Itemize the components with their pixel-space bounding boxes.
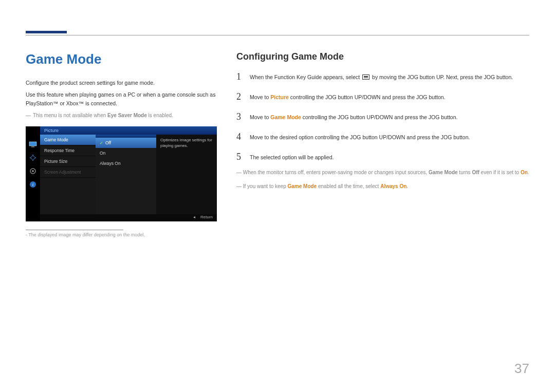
note-dash: ― [26, 113, 31, 118]
steps-list: 1 When the Function Key Guide appears, s… [236, 71, 529, 162]
footnote-dash: - [26, 232, 27, 237]
osd-sidebar: i [26, 126, 40, 221]
step-1: 1 When the Function Key Guide appears, s… [236, 71, 529, 82]
osd-menu-item: Response Time [40, 145, 96, 156]
note-text: If you want to keep [243, 183, 288, 189]
note-dash: ― [236, 170, 242, 175]
footnote-text: The displayed image may differ depending… [28, 232, 144, 237]
menu-icon [362, 74, 369, 80]
osd-menu-item: Picture Size [40, 156, 96, 167]
note-always-on: ― If you want to keep Game Mode enabled … [236, 182, 529, 190]
step-number: 2 [236, 91, 243, 102]
left-column: Game Mode Configure the product screen s… [26, 51, 221, 237]
note-orange: Always On [380, 183, 406, 189]
intro-para-1: Configure the product screen settings fo… [26, 79, 221, 87]
note-bold: Eye Saver Mode [107, 113, 147, 118]
step-orange: Game Mode [270, 114, 301, 120]
step-text: When the Function Key Guide appears, sel… [250, 71, 513, 82]
osd-description: Optimizes image settings for playing gam… [156, 135, 217, 214]
step-text-b: by moving the JOG button UP. Next, press… [371, 74, 513, 80]
step-text-a: When the Function Key Guide appears, sel… [250, 74, 361, 80]
note-text: even if it is set to [479, 170, 521, 175]
note-text: . [528, 170, 529, 175]
header-rule [26, 35, 529, 35]
osd-option: Always On [96, 158, 156, 169]
step-5: 5 The selected option will be applied. [236, 152, 529, 162]
step-3: 3 Move to Game Mode controlling the JOG … [236, 111, 529, 122]
note-text-a: This menu is not available when [33, 113, 107, 118]
note-orange: On [521, 170, 528, 175]
section-title: Game Mode [26, 51, 221, 67]
step-text: Move to Game Mode controlling the JOG bu… [250, 111, 457, 122]
note-text: turns [458, 170, 472, 175]
gear-icon [29, 167, 37, 175]
osd-header: Picture [40, 126, 217, 135]
note-text: . [406, 183, 408, 189]
osd-footer: ◂ Return [40, 214, 217, 221]
header-accent [26, 31, 67, 33]
osd-menu: Game Mode Response Time Picture Size Scr… [40, 135, 96, 214]
osd-screenshot: i Picture Game Mode Response Time Pictur… [26, 126, 217, 221]
osd-menu-item: Game Mode [40, 135, 96, 145]
step-4: 4 Move to the desired option controlling… [236, 132, 529, 142]
osd-footer-return: Return [200, 215, 213, 219]
osd-option-label: Off [105, 140, 111, 145]
note-text-b: is enabled. [147, 113, 173, 118]
note-orange: Game Mode [288, 183, 317, 189]
note-text: enabled all the time, select [317, 183, 380, 189]
note-text: When the monitor turns off, enters power… [243, 170, 429, 175]
osd-option: ✓Off [96, 138, 156, 148]
osd-options: ✓Off On Always On [96, 135, 156, 214]
footnote: - The displayed image may differ dependi… [26, 232, 221, 237]
step-text-b: controlling the JOG button UP/DOWN and p… [289, 94, 446, 100]
intro-para-2: Use this feature when playing games on a… [26, 90, 221, 108]
osd-option: On [96, 148, 156, 158]
step-number: 4 [236, 132, 243, 142]
svg-point-3 [32, 170, 34, 172]
footnote-rule [26, 230, 123, 230]
svg-rect-0 [29, 142, 36, 146]
right-column: Configuring Game Mode 1 When the Functio… [236, 51, 529, 190]
osd-main: Picture Game Mode Response Time Picture … [40, 126, 217, 221]
svg-rect-1 [31, 146, 34, 147]
target-icon [29, 154, 37, 161]
step-text: The selected option will be applied. [250, 152, 334, 162]
note-dash: ― [236, 183, 242, 189]
subsection-title: Configuring Game Mode [236, 51, 529, 62]
step-text-a: Move to [250, 94, 270, 100]
page-number: 37 [514, 361, 529, 377]
step-number: 1 [236, 71, 243, 82]
note-power-off: ― When the monitor turns off, enters pow… [236, 169, 529, 176]
step-number: 5 [236, 152, 243, 162]
step-text-a: Move to [250, 114, 270, 120]
step-number: 3 [236, 111, 243, 122]
step-text: Move to the desired option controlling t… [250, 132, 470, 142]
step-2: 2 Move to Picture controlling the JOG bu… [236, 91, 529, 102]
note-eye-saver: ―This menu is not available when Eye Sav… [26, 111, 221, 119]
step-text: Move to Picture controlling the JOG butt… [250, 91, 446, 102]
monitor-icon [29, 141, 37, 148]
note-bold: Off [472, 170, 479, 175]
osd-menu-item: Screen Adjustment [40, 167, 96, 178]
note-bold: Game Mode [429, 170, 458, 175]
osd-footer-arrow: ◂ [193, 215, 195, 219]
step-text-b: controlling the JOG button UP/DOWN and p… [301, 114, 458, 120]
step-orange: Picture [270, 94, 289, 100]
info-icon: i [29, 181, 37, 188]
osd-body: Game Mode Response Time Picture Size Scr… [40, 135, 217, 214]
check-icon: ✓ [100, 141, 103, 145]
